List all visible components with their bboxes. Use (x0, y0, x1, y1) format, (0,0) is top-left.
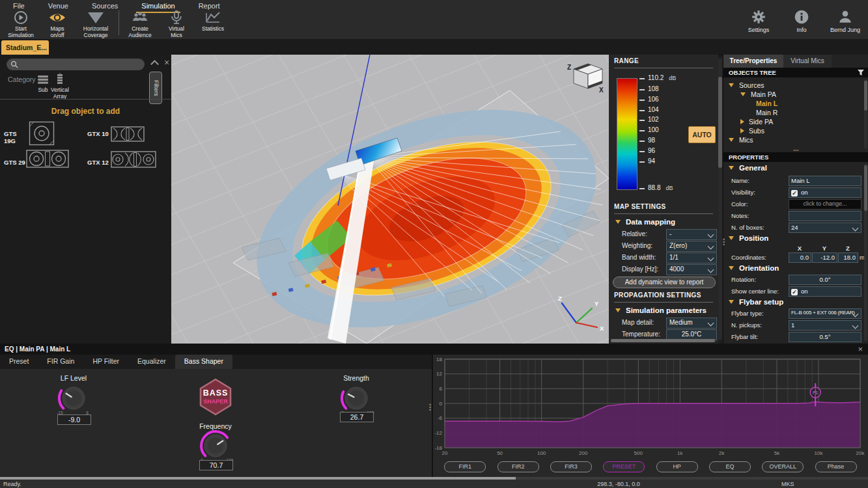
add-dynamic-view-button[interactable]: Add dynamic view to report (613, 277, 716, 288)
tab-tree-properties[interactable]: Tree/Properties (723, 55, 783, 68)
flybar-tilt-field[interactable]: 0.5° (789, 332, 861, 342)
map-detail-dropdown[interactable]: Medium (666, 318, 717, 329)
visibility-checkbox[interactable]: ✓on (789, 187, 861, 198)
strength-value[interactable]: 26.7 (340, 412, 374, 422)
relative-dropdown[interactable]: - (666, 229, 717, 240)
toolbar-label: Simulation (3, 33, 39, 39)
range-tick: 96 (648, 147, 655, 154)
coordinate-y-field[interactable]: -12.0 (812, 252, 837, 263)
tree-filter-icon[interactable] (857, 69, 865, 76)
svg-text:5k: 5k (774, 450, 780, 456)
frequency-value[interactable]: 70.7 (199, 460, 233, 470)
settings-button[interactable]: Settings (744, 9, 773, 33)
category-vertical-array[interactable]: VerticalArray (55, 73, 71, 100)
svg-text:6: 6 (440, 386, 443, 392)
position-section[interactable]: Position (729, 234, 768, 242)
fir2-button[interactable]: FIR2 (497, 461, 539, 472)
user-button[interactable]: Bernd Jung (830, 9, 860, 33)
n-of-boxes-dropdown[interactable]: 24 (789, 223, 861, 233)
n-pickups-dropdown[interactable]: 1 (789, 320, 861, 331)
search-input[interactable] (7, 59, 145, 70)
eye-icon (48, 10, 66, 25)
tree-item-main-r[interactable]: Main R (756, 108, 777, 117)
maps-onoff-button[interactable]: Mapson/off (39, 10, 76, 38)
flybar-setup-section[interactable]: Flybar setup (729, 298, 783, 306)
collapse-panel-icon[interactable] (150, 60, 159, 68)
horizontal-coverage-button[interactable]: HorizontalCoverage (76, 10, 116, 38)
general-section[interactable]: General (729, 164, 767, 172)
preset-button[interactable]: PRESET (603, 461, 645, 472)
tab-virtual-mics[interactable]: Virtual Mics (783, 55, 832, 68)
checkbox-checked-icon: ✓ (791, 289, 798, 295)
category-sub[interactable]: Sub (36, 74, 49, 94)
category-label: Category (8, 75, 36, 83)
tab-bass-shaper[interactable]: Bass Shaper (175, 355, 232, 369)
tree-properties-panel: Tree/Properties Virtual Mics OBJECTS TRE… (723, 55, 868, 344)
weighting-dropdown[interactable]: Z(ero) (666, 241, 717, 252)
chevron-down-icon (708, 267, 714, 273)
document-tab[interactable]: Stadium_E... (1, 40, 49, 55)
fir3-button[interactable]: FIR3 (550, 461, 592, 472)
tree-item-main-l[interactable]: Main L (756, 99, 777, 108)
horizontal-scrollbar[interactable] (611, 339, 715, 342)
top-toolbar: File Venue Sources Simulation Report Sta… (0, 0, 868, 40)
range-tick: 108 (648, 85, 659, 92)
lf-level-value[interactable]: -9.0 (57, 414, 91, 425)
library-item-gtx12[interactable] (111, 151, 156, 168)
tab-fir-gain[interactable]: FIR Gain (38, 355, 83, 369)
display-hz-dropdown[interactable]: 4000 (666, 264, 717, 275)
color-button[interactable]: click to change... (789, 199, 861, 210)
3d-viewport[interactable]: Z X Z Y X (171, 55, 609, 344)
eq-divider-handle[interactable]: ••• (429, 403, 431, 411)
tab-preset[interactable]: Preset (0, 355, 38, 369)
statistics-button[interactable]: Statistics (195, 10, 231, 33)
panel-resize-handle[interactable]: ••• (723, 238, 725, 246)
phase-button[interactable]: Phase (815, 461, 857, 472)
tab-hp-filter[interactable]: HP Filter (83, 355, 128, 369)
info-button[interactable]: Info (787, 9, 816, 33)
rotation-field[interactable]: 0.0° (789, 275, 861, 285)
auto-range-button[interactable]: AUTO (688, 126, 716, 143)
library-item-gts19g[interactable] (29, 121, 55, 146)
notes-field[interactable] (789, 211, 861, 221)
tree-item-sources[interactable]: Sources (729, 81, 764, 90)
tree-scrollbar[interactable] (864, 79, 867, 148)
close-panel-icon[interactable]: × (164, 57, 169, 68)
range-max[interactable]: 110.2dB (648, 74, 676, 81)
range-min[interactable]: 88.8dB (648, 184, 673, 191)
tree-item-subs[interactable]: Subs (740, 126, 764, 135)
tree-item-side-pa[interactable]: Side PA (740, 117, 773, 126)
tab-equalizer[interactable]: Equalizer (128, 355, 175, 369)
eq-button[interactable]: EQ (709, 461, 751, 472)
overall-button[interactable]: OVERALL (762, 461, 804, 472)
center-line-checkbox[interactable]: ✓on (789, 286, 861, 297)
svg-text:-18: -18 (434, 445, 442, 451)
eq-response-graph[interactable]: 20501002005001k2k5k10k20k181260-6-12-18P… (433, 355, 868, 459)
tree-item-main-pa[interactable]: Main PA (740, 90, 776, 99)
library-item-gts29[interactable] (26, 150, 69, 168)
chevron-down-icon (708, 232, 714, 238)
name-field[interactable]: Main L (789, 176, 861, 186)
library-item-gtx10[interactable] (111, 126, 145, 142)
svg-text:1k: 1k (677, 450, 683, 456)
hp-button[interactable]: HP (656, 461, 698, 472)
start-simulation-button[interactable]: StartSimulation (3, 10, 39, 38)
coordinate-x-field[interactable]: 0.0 (789, 252, 811, 263)
virtual-mics-button[interactable]: VirtualMics (158, 10, 195, 38)
properties-scrollbar[interactable] (864, 164, 867, 341)
tree-item-mics[interactable]: Mics (729, 135, 753, 144)
bandwidth-dropdown[interactable]: 1/1 (666, 252, 717, 264)
data-mapping-section[interactable]: Data mapping (615, 218, 675, 226)
fir1-button[interactable]: FIR1 (444, 461, 486, 472)
triangle-down-icon (87, 10, 105, 25)
flybar-type-dropdown[interactable]: FL-B 005 + EXT 006 (REAR) (789, 308, 861, 319)
lf-level-knob[interactable]: -15 6 (53, 380, 94, 418)
coordinate-z-field[interactable]: 18.0 (838, 252, 858, 263)
settings-scrollbar[interactable] (718, 59, 722, 340)
close-eq-panel-icon[interactable]: × (858, 344, 863, 355)
create-audience-button[interactable]: CreateAudience (122, 10, 158, 38)
orientation-section[interactable]: Orientation (729, 264, 779, 272)
toolbar-label: Coverage (76, 33, 116, 39)
object-library-panel: × Category Sub VerticalArray Filters Dra… (0, 55, 172, 344)
simulation-parameters-section[interactable]: Simulation parameters (615, 306, 707, 314)
